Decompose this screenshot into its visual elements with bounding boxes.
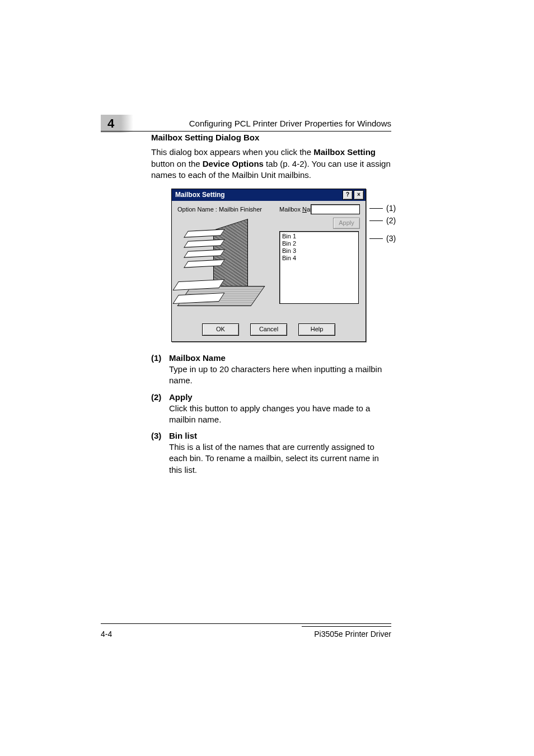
intro-paragraph: This dialog box appears when you click t…	[151, 147, 391, 181]
bin-list-item[interactable]: Bin 2	[282, 240, 356, 247]
intro-bold-1: Mailbox Setting	[313, 147, 376, 157]
item-number: (1)	[151, 353, 169, 387]
bin-list[interactable]: Bin 1 Bin 2 Bin 3 Bin 4	[279, 231, 359, 304]
dialog-figure: Mailbox Setting ? × Option Name : Mailbi…	[171, 189, 391, 342]
footer-sub-rule	[302, 626, 391, 627]
mailbox-name-label-accel: N	[302, 206, 307, 213]
intro-text-1: This dialog box appears when you click t…	[151, 147, 313, 157]
mailbox-name-label-pre: Mailbox	[279, 206, 302, 213]
footer-rule	[101, 623, 391, 624]
section-heading: Mailbox Setting Dialog Box	[151, 132, 391, 143]
item-desc: This is a list of the names that are cur…	[169, 442, 391, 476]
help-button[interactable]: Help	[298, 323, 335, 336]
apply-button[interactable]: Apply	[333, 218, 360, 229]
item-number: (3)	[151, 431, 169, 476]
dialog-title: Mailbox Setting	[175, 190, 225, 199]
running-header: Configuring PCL Printer Driver Propertie…	[189, 119, 391, 128]
callout-1: (1)	[386, 203, 396, 214]
bin-list-item[interactable]: Bin 4	[282, 255, 356, 262]
header-rule	[101, 131, 391, 132]
footer-product-name: Pi3505e Printer Driver	[314, 630, 391, 638]
bin-list-item[interactable]: Bin 1	[282, 233, 356, 240]
titlebar-close-button[interactable]: ×	[354, 190, 364, 200]
dialog-titlebar: Mailbox Setting ? ×	[172, 189, 366, 201]
item-title: Bin list	[169, 431, 391, 440]
cancel-button[interactable]: Cancel	[250, 323, 287, 336]
option-name-label: Option Name : Mailbin Finisher	[177, 205, 262, 214]
titlebar-help-button[interactable]: ?	[343, 190, 353, 200]
mailbox-name-input[interactable]	[311, 204, 360, 214]
page-number: 4-4	[101, 630, 112, 638]
intro-bold-2: Device Options	[203, 159, 264, 168]
mailbox-setting-dialog: Mailbox Setting ? × Option Name : Mailbi…	[171, 189, 366, 342]
item-title: Apply	[169, 392, 391, 402]
intro-text-2: button on the	[151, 159, 203, 168]
item-title: Mailbox Name	[169, 353, 391, 363]
list-item: (1) Mailbox Name Type in up to 20 charac…	[151, 353, 391, 387]
item-desc: Click this button to apply changes you h…	[169, 403, 391, 426]
list-item: (2) Apply Click this button to apply cha…	[151, 392, 391, 426]
ok-button[interactable]: OK	[202, 323, 239, 336]
bin-list-item[interactable]: Bin 3	[282, 247, 356, 255]
chapter-number-tab: 4	[101, 115, 121, 133]
mailbin-illustration	[177, 219, 267, 308]
list-item: (3) Bin list This is a list of the names…	[151, 431, 391, 476]
item-number: (2)	[151, 392, 169, 426]
item-desc: Type in up to 20 characters here when in…	[169, 364, 391, 387]
callout-2: (2)	[386, 215, 396, 226]
callout-3: (3)	[386, 233, 396, 244]
